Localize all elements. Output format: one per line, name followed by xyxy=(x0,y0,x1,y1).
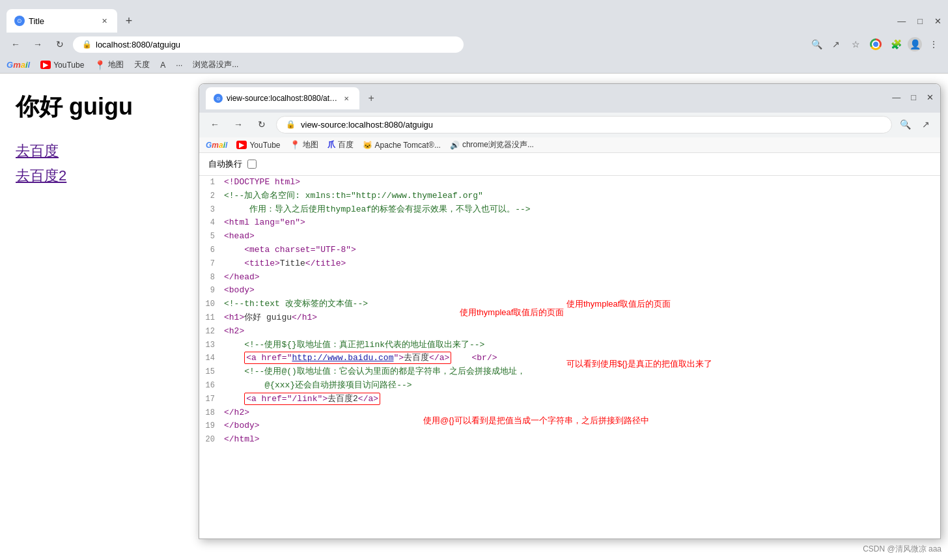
baidu-link-2[interactable]: 去百度2 xyxy=(16,166,176,186)
source-line-4: 4 <html lang="en"> xyxy=(199,216,940,230)
src-bookmark-gmail[interactable]: Gmail xyxy=(206,141,227,150)
new-tab-button[interactable]: + xyxy=(120,12,138,30)
bookmark-star-icon[interactable]: ☆ xyxy=(848,36,863,52)
src-share-icon[interactable]: ↗ xyxy=(918,117,934,132)
page-heading: 你好 guigu xyxy=(16,91,176,123)
red-box-line14: <a href="http://www.baidu.com">去百度</a> xyxy=(244,352,451,364)
source-tab-title: view-source:localhost:8080/at… xyxy=(227,94,337,103)
src-bookmark-chrome[interactable]: 🔊 chrome浏览器没声... xyxy=(450,139,534,150)
maps-icon: 📍 xyxy=(94,60,105,70)
profile-icon[interactable]: 👤 xyxy=(908,37,922,51)
source-line-3: 3 作用：导入之后使用thympleaf的标签会有提示效果，不导入也可以。--> xyxy=(199,203,940,217)
src-bookmark-baidu[interactable]: 爪 百度 xyxy=(328,139,354,150)
main-bookmarks-bar: Gmail ▶ YouTube 📍 地图 天度 A ··· 浏览器没声... xyxy=(0,57,948,74)
src-youtube-icon: ▶ xyxy=(236,141,247,149)
bookmark-extra3[interactable]: ··· xyxy=(176,61,182,70)
source-lock-icon: 🔒 xyxy=(286,120,296,129)
source-line-20: 20 </html> xyxy=(199,433,940,447)
share-icon[interactable]: ↗ xyxy=(828,36,844,52)
annotation-1: 使用thympleaf取值后的页面 xyxy=(460,306,564,320)
source-line-6: 6 <meta charset="UTF-8"> xyxy=(199,244,940,257)
src-forward-button[interactable]: → xyxy=(229,115,247,133)
annotation-thympleaf: 使用thympleaf取值后的页面 xyxy=(566,298,671,310)
source-line-12: 12 <h2> xyxy=(199,325,940,339)
chrome-icon[interactable] xyxy=(870,38,882,50)
source-new-tab[interactable]: + xyxy=(363,91,379,106)
bookmark-maps-label: 地图 xyxy=(108,59,124,70)
src-chrome-icon: 🔊 xyxy=(450,141,460,150)
autowrap-label: 自动换行 xyxy=(208,158,242,170)
source-line-7: 7 <title>Title</title> xyxy=(199,257,940,271)
tab-strip: ⊙ Title ✕ + xyxy=(7,0,138,33)
watermark: CSDN @清风微凉 aaa xyxy=(863,544,941,555)
source-line-11: 11 <h1>你好 guigu</h1> xyxy=(199,311,940,325)
source-tab-favicon: ⊙ xyxy=(214,94,223,103)
maximize-button[interactable]: □ xyxy=(917,16,923,26)
tab-favicon: ⊙ xyxy=(14,16,25,26)
src-chrome-label: chrome浏览器没声... xyxy=(462,139,534,150)
src-back-button[interactable]: ← xyxy=(206,115,224,133)
source-active-tab[interactable]: ⊙ view-source:localhost:8080/at… ✕ xyxy=(206,87,359,109)
extension-icon[interactable]: 🧩 xyxy=(888,36,904,52)
address-text: localhost:8080/atguigu xyxy=(96,40,180,49)
src-bookmark-youtube[interactable]: ▶ YouTube xyxy=(236,141,280,150)
bookmark-youtube[interactable]: ▶ YouTube xyxy=(40,61,84,70)
bookmark-gmail[interactable]: Gmail xyxy=(7,60,30,70)
extra3-label: ··· xyxy=(176,61,182,70)
src-maps-label: 地图 xyxy=(303,139,318,150)
baidu-link-1[interactable]: 去百度 xyxy=(16,141,176,161)
lock-icon: 🔒 xyxy=(82,40,92,49)
source-minimize[interactable]: — xyxy=(892,92,900,102)
source-line-9: 9 <body> xyxy=(199,284,940,298)
window-controls: — □ ✕ xyxy=(897,16,941,33)
source-tab-close[interactable]: ✕ xyxy=(341,93,352,104)
extra1-label: 天度 xyxy=(134,59,150,70)
reload-button[interactable]: ↻ xyxy=(51,35,69,53)
address-bar[interactable]: 🔒 localhost:8080/atguigu xyxy=(73,36,464,53)
minimize-button[interactable]: — xyxy=(897,16,906,26)
src-reload-button[interactable]: ↻ xyxy=(253,115,271,133)
tab-title: Title xyxy=(29,16,44,26)
source-win-controls: — □ ✕ xyxy=(892,92,934,105)
youtube-icon: ▶ xyxy=(40,61,51,69)
autowrap-checkbox[interactable] xyxy=(247,160,257,169)
source-address-field[interactable]: 🔒 view-source:localhost:8080/atguigu xyxy=(276,116,892,133)
forward-button[interactable]: → xyxy=(29,35,47,53)
source-code-area: 1 <!DOCTYPE html> 2 <!--加入命名空间: xmlns:th… xyxy=(199,176,940,537)
browser-label: 浏览器没声... xyxy=(193,59,238,70)
src-bookmark-tomcat[interactable]: 🐱 Apache Tomcat®... xyxy=(363,141,441,150)
source-maximize[interactable]: □ xyxy=(911,92,916,102)
main-active-tab[interactable]: ⊙ Title ✕ xyxy=(7,9,117,33)
source-line-13: 13 <!--使用${}取地址值：真正把link代表的地址值取出来了--> xyxy=(199,339,940,352)
source-bookmarks-bar: Gmail ▶ YouTube 📍 地图 爪 百度 🐱 Apache Tomca… xyxy=(199,137,940,153)
src-zoom-icon[interactable]: 🔍 xyxy=(897,117,913,132)
source-line-5: 5 <head> xyxy=(199,230,940,244)
menu-icon[interactable]: ⋮ xyxy=(926,36,941,52)
chrome-toolbar: 🔍 ↗ ☆ 🧩 👤 ⋮ xyxy=(809,36,941,52)
main-address-row: ← → ↻ 🔒 localhost:8080/atguigu 🔍 ↗ ☆ 🧩 👤… xyxy=(0,33,948,57)
red-box-line17: <a href="/link">去百度2</a> xyxy=(244,393,380,405)
extra2-label: A xyxy=(160,61,165,70)
source-close[interactable]: ✕ xyxy=(927,92,934,102)
src-baidu-icon: 爪 xyxy=(328,139,335,150)
source-line-1: 1 <!DOCTYPE html> xyxy=(199,176,940,189)
bookmark-maps[interactable]: 📍 地图 xyxy=(94,59,124,70)
src-tomcat-label: Apache Tomcat®... xyxy=(375,141,441,150)
source-line-16: 16 @{xxx}还会自动拼接项目访问路径--> xyxy=(199,379,940,393)
source-line-17: 17 <a href="/link">去百度2</a> xyxy=(199,393,940,406)
tab-close-button[interactable]: ✕ xyxy=(99,16,109,26)
source-browser: ⊙ view-source:localhost:8080/at… ✕ + — □… xyxy=(199,83,941,539)
zoom-icon[interactable]: 🔍 xyxy=(809,36,824,52)
bookmark-extra2[interactable]: A xyxy=(160,61,165,70)
back-button[interactable]: ← xyxy=(7,35,25,53)
annotation-dollar: 可以看到使用${}是真正的把值取出来了 xyxy=(566,358,712,370)
main-chrome-top: ⊙ Title ✕ + — □ ✕ xyxy=(0,0,948,33)
bookmark-browser[interactable]: 浏览器没声... xyxy=(193,59,238,70)
bookmark-extra1[interactable]: 天度 xyxy=(134,59,150,70)
src-bookmark-youtube-label: YouTube xyxy=(249,141,280,150)
annotation-at: 使用@{}可以看到是把值当成一个字符串，之后拼接到路径中 xyxy=(423,415,649,427)
close-button[interactable]: ✕ xyxy=(934,16,941,26)
src-bookmark-maps[interactable]: 📍 地图 xyxy=(290,139,318,150)
bookmark-youtube-label: YouTube xyxy=(53,61,84,70)
source-toolbar: 自动换行 xyxy=(199,153,940,176)
